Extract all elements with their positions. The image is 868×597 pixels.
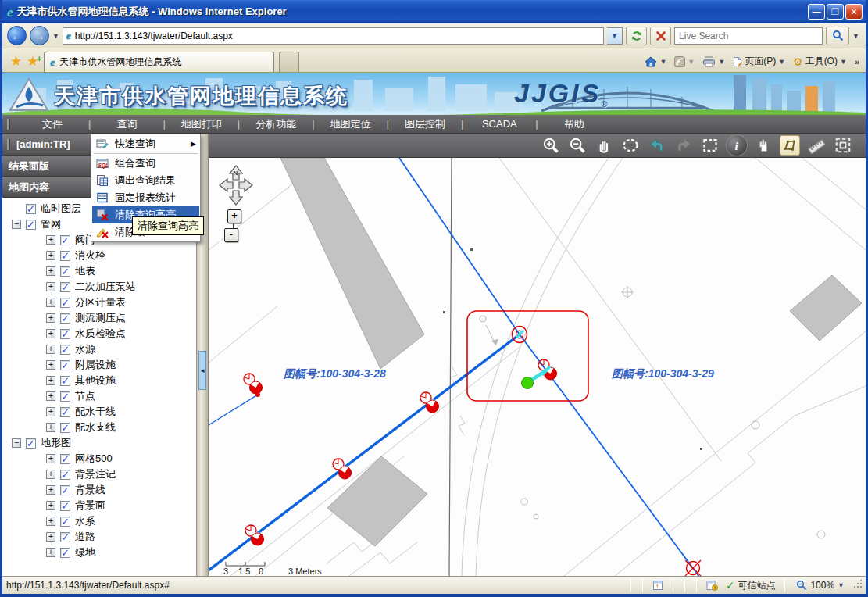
map-canvas[interactable]: 图幅号:100-304-3-28 图幅号:100-304-3-29 3 1.5 …	[209, 158, 866, 576]
expand-toggle[interactable]: +	[46, 548, 55, 557]
tree-item[interactable]: +✓附属设施	[2, 357, 196, 373]
stop-button[interactable]	[650, 27, 671, 45]
page-menu-button[interactable]: 页面(P) ▼	[733, 55, 785, 68]
layer-checkbox[interactable]: ✓	[60, 485, 70, 495]
tree-item[interactable]: +✓水质检验点	[2, 326, 196, 341]
back-button[interactable]: ←	[7, 26, 27, 45]
tools-menu-button[interactable]: ⚙ 工具(O) ▼	[793, 55, 847, 68]
layer-checkbox[interactable]: ✓	[60, 313, 70, 324]
expand-toggle[interactable]: +	[46, 329, 55, 338]
menu-item-3[interactable]: 调出查询结果	[92, 172, 199, 189]
history-dropdown-icon[interactable]: ▼	[52, 32, 59, 40]
layer-checkbox[interactable]: ✓	[26, 220, 36, 230]
expand-toggle[interactable]: −	[12, 438, 21, 448]
tree-item[interactable]: +✓水源	[2, 341, 196, 357]
tree-item[interactable]: +✓道路	[2, 529, 196, 545]
tool-zoom-window[interactable]	[833, 135, 853, 156]
search-input[interactable]	[674, 27, 823, 45]
layer-checkbox[interactable]: ✓	[60, 235, 70, 245]
layer-checkbox[interactable]: ✓	[60, 407, 70, 417]
expand-toggle[interactable]: +	[46, 423, 55, 432]
tool-polygon-select[interactable]	[780, 135, 800, 156]
tree-item[interactable]: +✓网格500	[2, 451, 196, 467]
address-input[interactable]: e http://151.1.3.143/tjwater/Default.asp…	[63, 27, 604, 45]
tool-identify[interactable]: i	[727, 135, 747, 156]
layer-checkbox[interactable]: ✓	[60, 266, 70, 277]
tool-pan[interactable]	[594, 135, 614, 156]
tool-rect-select[interactable]	[700, 135, 720, 156]
layer-checkbox[interactable]: ✓	[60, 532, 70, 542]
print-dropdown-icon[interactable]: ▼	[718, 58, 725, 66]
tree-item[interactable]: +✓测流测压点	[2, 310, 196, 326]
tree-item[interactable]: +✓分区计量表	[2, 295, 196, 310]
tool-measure[interactable]	[806, 135, 827, 156]
expand-toggle[interactable]: +	[46, 407, 55, 416]
tree-item[interactable]: +✓绿地	[2, 545, 196, 560]
expand-toggle[interactable]: +	[46, 391, 55, 401]
expand-toggle[interactable]: +	[46, 298, 55, 307]
layer-checkbox[interactable]: ✓	[60, 329, 70, 339]
expand-toggle[interactable]: +	[46, 485, 55, 495]
tree-item[interactable]: +✓二次加压泵站	[2, 279, 196, 295]
menu-item-4[interactable]: 固定报表统计	[92, 189, 199, 206]
home-dropdown-icon[interactable]: ▼	[659, 58, 666, 66]
expand-toggle[interactable]: +	[46, 345, 55, 354]
splitter-collapse-handle[interactable]: ◄	[198, 351, 206, 390]
add-favorite-icon[interactable]: ★	[27, 55, 38, 72]
resize-grip[interactable]	[854, 580, 863, 592]
more-commands-chevron[interactable]: »	[855, 57, 859, 66]
expand-toggle[interactable]: +	[46, 313, 55, 323]
menu-item-2[interactable]: SQL组合查询	[92, 155, 199, 172]
layer-checkbox[interactable]: ✓	[60, 517, 70, 527]
feeds-button[interactable]: ▼	[674, 56, 695, 67]
expand-toggle[interactable]: +	[46, 235, 55, 245]
tool-prev-extent[interactable]	[647, 135, 667, 156]
minimize-button[interactable]: —	[808, 4, 825, 20]
tools-dropdown-icon[interactable]: ▼	[840, 58, 847, 66]
tree-item[interactable]: +✓背景面	[2, 498, 196, 513]
layer-checkbox[interactable]: ✓	[60, 376, 70, 386]
home-button[interactable]: ▼	[645, 56, 666, 67]
page-dropdown-icon[interactable]: ▼	[778, 58, 785, 66]
layer-checkbox[interactable]: ✓	[60, 391, 70, 402]
tree-item[interactable]: +✓背景注记	[2, 467, 196, 482]
search-button[interactable]	[826, 27, 849, 45]
layer-checkbox[interactable]: ✓	[60, 251, 70, 261]
layer-checkbox[interactable]: ✓	[60, 548, 70, 558]
maximize-button[interactable]: ❐	[827, 4, 844, 20]
expand-toggle[interactable]: +	[46, 282, 55, 291]
layer-checkbox[interactable]: ✓	[60, 454, 70, 464]
layer-checkbox[interactable]: ✓	[26, 438, 36, 449]
live-search-field[interactable]	[679, 30, 818, 41]
menubar-item[interactable]: 帮助	[538, 117, 610, 131]
layer-checkbox[interactable]: ✓	[60, 360, 70, 370]
expand-toggle[interactable]: +	[46, 266, 55, 276]
expand-toggle[interactable]: +	[46, 376, 55, 385]
menubar-item[interactable]: SCADA	[463, 118, 535, 130]
print-button[interactable]: ▼	[702, 56, 725, 67]
menu-item-1[interactable]: 快速查询▶	[92, 135, 199, 152]
layer-checkbox[interactable]: ✓	[60, 345, 70, 355]
menubar-item[interactable]: 文件	[16, 117, 88, 131]
expand-toggle[interactable]: +	[46, 360, 55, 370]
menubar-item[interactable]: 分析功能	[240, 117, 312, 131]
layer-checkbox[interactable]: ✓	[60, 282, 70, 292]
menubar-item[interactable]: 查询	[91, 117, 163, 131]
tree-item[interactable]: +✓水系	[2, 513, 196, 529]
tool-zoom-out[interactable]	[567, 135, 588, 156]
tree-item[interactable]: +✓消火栓	[2, 248, 196, 263]
tool-next-extent[interactable]	[673, 135, 694, 156]
address-dropdown-icon[interactable]: ▼	[607, 27, 623, 45]
new-tab-button[interactable]	[279, 52, 299, 72]
forward-button[interactable]: →	[30, 26, 49, 45]
menubar-item[interactable]: 地图打印	[166, 117, 238, 131]
pan-control[interactable]: N	[218, 164, 254, 209]
tool-circle-select[interactable]	[620, 135, 641, 156]
refresh-button[interactable]	[626, 27, 647, 45]
map-zoom-out-button[interactable]: -	[224, 228, 238, 242]
tree-item[interactable]: +✓节点	[2, 388, 196, 404]
close-button[interactable]: ✕	[845, 4, 863, 20]
expand-toggle[interactable]: +	[46, 532, 55, 542]
tree-item[interactable]: +✓背景线	[2, 482, 196, 498]
layer-checkbox[interactable]: ✓	[60, 501, 70, 511]
